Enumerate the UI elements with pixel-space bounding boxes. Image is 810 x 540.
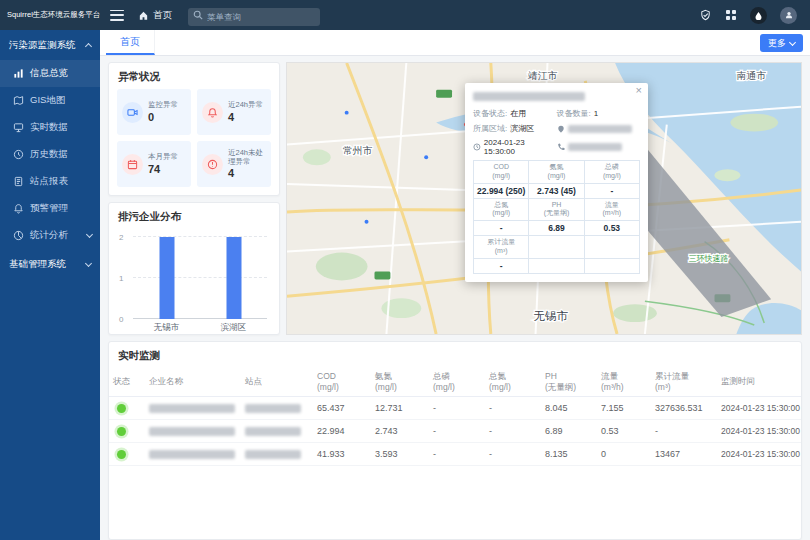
chart-gridline: [133, 236, 267, 237]
cell-tn: -: [485, 443, 541, 466]
more-label: 更多: [768, 37, 786, 50]
history-clock-icon: [13, 149, 24, 160]
cell-flow: 0.53: [597, 420, 651, 443]
metric-unit: (无量纲): [530, 209, 582, 218]
stat-24h-unhandled-abnormal[interactable]: 近24h未处理异常4: [197, 141, 271, 187]
chart-gridline: [133, 318, 267, 319]
clock-icon: [473, 143, 481, 151]
report-icon: [13, 176, 24, 187]
cell-tn: -: [485, 397, 541, 420]
main-content: 异常状况 监控异常0 近24h异常4 本月异常74: [100, 56, 810, 540]
col-header: 流量: [601, 371, 618, 381]
realtime-monitoring-card: 实时监测 状态 企业名称 站点 COD(mg/l) 氨氮(mg/l) 总磷(mg…: [108, 341, 802, 540]
table-header-row: 状态 企业名称 站点 COD(mg/l) 氨氮(mg/l) 总磷(mg/l) 总…: [109, 369, 802, 397]
stat-monitor-abnormal[interactable]: 监控异常0: [117, 89, 191, 135]
phone-redacted: [568, 143, 622, 151]
sidebar-section-basic-management[interactable]: 基础管理系统: [0, 249, 100, 279]
cell-flow: 7.155: [597, 397, 651, 420]
cell-total-flow: 327636.531: [651, 397, 717, 420]
table-row[interactable]: 65.437 12.731 - - 8.045 7.155 327636.531…: [109, 397, 802, 420]
chart-gridline: [133, 277, 267, 278]
chevron-down-icon: [85, 259, 92, 266]
sidebar-item-realtime-data[interactable]: 实时数据: [0, 114, 100, 141]
menu-search: [188, 6, 320, 24]
sidebar-item-history-data[interactable]: 历史数据: [0, 141, 100, 168]
cell-time: 2024-01-23 15:30:00: [717, 420, 802, 443]
chart-plot: 012: [133, 237, 267, 319]
bar-chart-icon: [13, 68, 24, 79]
panel-title: 异常状况: [109, 63, 279, 89]
cell-ph: 8.135: [541, 443, 597, 466]
realtime-table: 状态 企业名称 站点 COD(mg/l) 氨氮(mg/l) 总磷(mg/l) 总…: [109, 369, 802, 466]
metric-value: -: [474, 221, 529, 236]
sidebar-section-pollution-monitoring[interactable]: 污染源监测系统: [0, 30, 100, 60]
water-drop-icon[interactable]: [750, 7, 767, 24]
metric-header: 氨氮: [530, 163, 582, 172]
menu-collapse-icon[interactable]: [110, 10, 124, 21]
sidebar-item-site-report[interactable]: 站点报表: [0, 168, 100, 195]
close-icon[interactable]: ×: [636, 84, 642, 96]
cell-ph: 6.89: [541, 420, 597, 443]
sidebar-item-statistics[interactable]: 统计分析: [0, 222, 100, 249]
sidebar-item-warning-management[interactable]: 预警管理: [0, 195, 100, 222]
sidebar-item-label: 站点报表: [30, 175, 68, 188]
cell-tp: -: [429, 397, 485, 420]
apps-grid-icon[interactable]: [725, 9, 737, 21]
sidebar-item-label: 实时数据: [30, 121, 68, 134]
green-area: [715, 169, 741, 181]
station-name-redacted: [473, 92, 585, 101]
metric-header: 流量: [586, 201, 638, 210]
status-dot-online: [117, 404, 126, 413]
sidebar: 污染源监测系统 信息总览 GIS地图 实时数据 历史数据 站点报表 预警管理 统…: [0, 30, 100, 540]
chevron-down-icon: [789, 38, 796, 45]
gis-map[interactable]: 靖江市 南通市 常州市 无锡市 三环快速路 × 设备状态:在用 设备数量:1 所…: [286, 62, 802, 335]
cell-cod: 65.437: [313, 397, 371, 420]
sidebar-item-label: 统计分析: [30, 229, 68, 242]
green-area: [613, 304, 657, 322]
sidebar-item-overview[interactable]: 信息总览: [0, 60, 100, 87]
chart-categories: 无锡市滨湖区: [133, 322, 267, 334]
search-input[interactable]: [188, 8, 320, 26]
green-area: [730, 114, 778, 132]
green-area: [303, 149, 331, 165]
stat-value: 4: [228, 111, 263, 123]
stat-label: 近24h未处理异常: [228, 149, 268, 166]
col-header: COD: [317, 371, 336, 381]
region-value: 滨湖区: [510, 123, 534, 134]
enterprise-name-redacted: [149, 404, 235, 413]
breadcrumb[interactable]: 首页: [138, 9, 172, 22]
cell-total-flow: -: [651, 420, 717, 443]
stat-label: 监控异常: [148, 101, 178, 110]
col-unit: (mg/l): [489, 382, 537, 393]
table-row[interactable]: 22.994 2.743 - - 6.89 0.53 - 2024-01-23 …: [109, 420, 802, 443]
tabbar: 首页 更多: [100, 30, 810, 56]
station-name-redacted: [245, 404, 301, 413]
tab-home[interactable]: 首页: [106, 30, 155, 55]
stat-24h-abnormal[interactable]: 近24h异常4: [197, 89, 271, 135]
badge-icon[interactable]: [699, 9, 712, 22]
more-button[interactable]: 更多: [760, 34, 803, 52]
app-logo: Squirrel生态环境云服务平台: [0, 10, 100, 20]
table-row[interactable]: 41.933 3.593 - - 8.135 0 13467 2024-01-2…: [109, 443, 802, 466]
sidebar-item-label: 历史数据: [30, 148, 68, 161]
chevron-down-icon: [86, 231, 93, 238]
camera-icon: [122, 102, 143, 123]
stat-value: 0: [148, 111, 178, 123]
device-count-value: 1: [594, 109, 598, 118]
user-avatar[interactable]: [780, 7, 797, 24]
map-city-label: 常州市: [343, 145, 373, 156]
popup-row: 设备状态:在用 设备数量:1: [473, 108, 640, 119]
metric-header: 累计流量: [475, 238, 527, 247]
col-header: 总磷: [433, 371, 450, 381]
alert-bell-icon: [202, 102, 223, 123]
pie-chart-icon: [13, 230, 24, 241]
stat-label: 本月异常: [148, 153, 178, 162]
location-pin-icon: [557, 125, 565, 133]
map-city-label: 无锡市: [534, 310, 569, 322]
chart-category-label: 滨湖区: [200, 322, 267, 334]
sidebar-item-gis-map[interactable]: GIS地图: [0, 87, 100, 114]
panel-title: 实时监测: [109, 342, 801, 368]
topbar-actions: [699, 7, 810, 24]
col-header: 企业名称: [149, 376, 183, 386]
stat-month-abnormal[interactable]: 本月异常74: [117, 141, 191, 187]
